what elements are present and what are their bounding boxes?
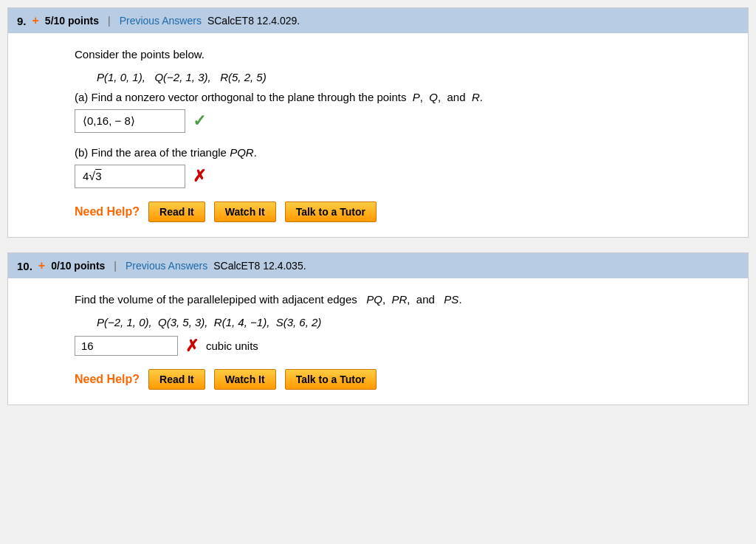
question-9: 9. + 5/10 points | Previous Answers SCal…	[7, 7, 749, 238]
q10-math-line: P(−2, 1, 0), Q(3, 5, 3), R(1, 4, −1), S(…	[75, 316, 726, 328]
points-9: 5/10 points	[45, 15, 99, 27]
question-10-number: 10.	[17, 260, 32, 272]
question-9-number: 9.	[17, 15, 27, 27]
q9-talk-to-tutor-button[interactable]: Talk to a Tutor	[285, 202, 377, 222]
q9-watch-it-button[interactable]: Watch It	[214, 202, 276, 222]
q9-sub-b-text: (b) Find the area of the triangle PQR.	[75, 146, 726, 159]
q9-sub-a-text: (a) Find a nonzero vector orthogonal to …	[75, 91, 726, 103]
question-10-body: Find the volume of the parallelepiped wi…	[8, 278, 748, 404]
prev-answers-link-10[interactable]: Previous Answers	[126, 260, 207, 272]
q9-read-it-button[interactable]: Read It	[148, 202, 205, 222]
q9-sub-b: (b) Find the area of the triangle PQR. 4…	[75, 146, 726, 188]
q10-need-help-label: Need Help?	[75, 373, 140, 386]
q9-sub-a: (a) Find a nonzero vector orthogonal to …	[75, 91, 726, 133]
q9-math-line: P(1, 0, 1), Q(−2, 1, 3), R(5, 2, 5)	[75, 71, 726, 83]
q10-need-help-row: Need Help? Read It Watch It Talk to a Tu…	[75, 369, 726, 390]
q9-need-help-row: Need Help? Read It Watch It Talk to a Tu…	[75, 202, 726, 222]
q9-sub-a-answer-row: ⟨0,16, − 8⟩ ✓	[75, 109, 726, 133]
separator-10: |	[114, 260, 117, 272]
q10-answer-row: ✗ cubic units	[75, 336, 726, 356]
points-10: 0/10 points	[51, 260, 105, 272]
q9-sub-b-xmark: ✗	[193, 167, 206, 186]
q10-watch-it-button[interactable]: Watch It	[214, 369, 276, 390]
question-9-header: 9. + 5/10 points | Previous Answers SCal…	[8, 8, 748, 33]
q9-sub-b-answer-box: 4√3	[75, 165, 185, 188]
q9-sub-a-answer-box: ⟨0,16, − 8⟩	[75, 109, 185, 133]
q10-xmark: ✗	[185, 337, 199, 356]
problem-id-10: SCalcET8 12.4.035.	[213, 260, 306, 272]
question-10: 10. + 0/10 points | Previous Answers SCa…	[7, 252, 749, 405]
q10-answer-input[interactable]	[75, 336, 178, 356]
prev-answers-link-9[interactable]: Previous Answers	[120, 15, 202, 27]
q9-need-help-label: Need Help?	[75, 205, 140, 218]
question-10-header: 10. + 0/10 points | Previous Answers SCa…	[8, 253, 748, 278]
q10-read-it-button[interactable]: Read It	[148, 369, 205, 390]
question-9-body: Consider the points below. P(1, 0, 1), Q…	[8, 33, 748, 237]
q9-body-text: Consider the points below.	[75, 48, 726, 61]
q9-sub-a-checkmark: ✓	[193, 111, 206, 131]
q10-units: cubic units	[206, 340, 258, 352]
q9-sub-b-answer-row: 4√3 ✗	[75, 165, 726, 188]
separator-9: |	[108, 15, 111, 27]
q10-body-text: Find the volume of the parallelepiped wi…	[75, 293, 726, 306]
q10-talk-to-tutor-button[interactable]: Talk to a Tutor	[285, 369, 377, 390]
plus-icon-10: +	[38, 259, 45, 272]
problem-id-9: SCalcET8 12.4.029.	[207, 15, 300, 27]
plus-icon-9: +	[32, 14, 39, 27]
